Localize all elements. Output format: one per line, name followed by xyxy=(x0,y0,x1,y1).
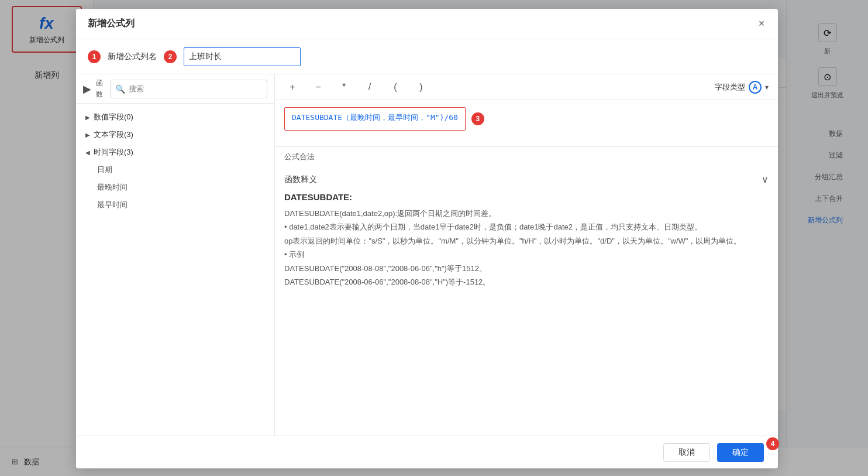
text-group-label: 文本字段(3) xyxy=(94,129,133,140)
formula-name-label: 新增公式列名 xyxy=(108,52,157,62)
func-tab-label2: 数 xyxy=(96,90,103,100)
op-minus[interactable]: − xyxy=(310,79,326,95)
cancel-button[interactable]: 取消 xyxy=(663,443,710,462)
panel-arrow-icon[interactable]: ▶ xyxy=(83,83,91,95)
step4-badge: 4 xyxy=(766,437,779,450)
time-group-label: 时间字段(3) xyxy=(94,147,133,157)
func-desc-title: 函数释义 xyxy=(284,174,317,185)
search-icon: 🔍 xyxy=(115,84,125,94)
numeric-group-label: 数值字段(0) xyxy=(94,112,133,122)
field-item-date[interactable]: 日期 xyxy=(76,161,274,179)
field-type-label: 字段类型 xyxy=(715,82,745,93)
op-divide[interactable]: / xyxy=(361,79,378,95)
field-group-numeric: ▶ 数值字段(0) xyxy=(76,108,274,126)
field-group-time-header[interactable]: ◀ 时间字段(3) xyxy=(76,143,274,161)
formula-name-row: 1 新增公式列名 2 xyxy=(76,39,778,74)
func-desc-expand-button[interactable]: ∨ xyxy=(762,174,769,185)
modal-title: 新增公式列 xyxy=(88,18,135,30)
modal-body: ▶ 函 数 🔍 ▶ 数值字段(0) xyxy=(76,74,778,436)
field-group-text: ▶ 文本字段(3) xyxy=(76,126,274,143)
formula-name-input[interactable] xyxy=(184,47,301,66)
op-rparen[interactable]: ) xyxy=(413,79,429,95)
formula-box[interactable]: DATESUBDATE（最晚时间，最早时间，"M")/60 xyxy=(284,107,466,131)
confirm-button[interactable]: 确定 xyxy=(717,443,764,462)
fields-panel: ▶ 函 数 🔍 ▶ 数值字段(0) xyxy=(76,74,275,436)
func-desc-text: DATESUBDATE(date1,date2,op):返回两个日期之间的时间差… xyxy=(284,207,769,289)
formula-toolbar: + − * / ( ) 字段类型 A ▾ xyxy=(275,74,778,100)
func-name: DATESUBDATE: xyxy=(284,192,769,202)
search-box: 🔍 xyxy=(110,80,267,98)
field-type-dropdown[interactable]: ▾ xyxy=(765,83,769,91)
formula-ops: + − * / ( ) xyxy=(284,79,429,95)
modal-close-button[interactable]: × xyxy=(755,17,769,31)
step3-badge: 3 xyxy=(471,112,484,125)
field-group-text-header[interactable]: ▶ 文本字段(3) xyxy=(76,126,274,143)
step1-badge: 1 xyxy=(88,50,101,63)
modal-dialog: 新增公式列 × 1 新增公式列名 2 ▶ 函 数 🔍 xyxy=(76,9,778,468)
func-tab-label: 函 xyxy=(96,78,103,88)
field-item-earliest-time[interactable]: 最早时间 xyxy=(76,196,274,214)
fields-panel-header: ▶ 函 数 🔍 xyxy=(76,74,274,104)
op-lparen[interactable]: ( xyxy=(387,79,404,95)
time-group-arrow: ◀ xyxy=(85,149,90,156)
formula-panel: + − * / ( ) 字段类型 A ▾ DATESUBDATE（最晚时间，最早… xyxy=(275,74,778,436)
formula-valid-label: 公式合法 xyxy=(275,147,778,167)
func-desc-section: 函数释义 ∨ DATESUBDATE: DATESUBDATE(date1,da… xyxy=(275,167,778,436)
field-item-latest-time[interactable]: 最晚时间 xyxy=(76,179,274,196)
formula-editor-area: DATESUBDATE（最晚时间，最早时间，"M")/60 3 xyxy=(275,100,778,147)
field-group-numeric-header[interactable]: ▶ 数值字段(0) xyxy=(76,108,274,126)
numeric-group-arrow: ▶ xyxy=(85,114,90,121)
step2-badge: 2 xyxy=(164,50,177,63)
fields-content: ▶ 数值字段(0) ▶ 文本字段(3) ◀ 时间字段(3) xyxy=(76,104,274,436)
field-type-area: 字段类型 A ▾ xyxy=(715,81,769,94)
field-type-badge: A xyxy=(749,81,762,94)
op-multiply[interactable]: * xyxy=(336,79,352,95)
modal-footer: 取消 确定 4 xyxy=(76,436,778,468)
field-group-time: ◀ 时间字段(3) 日期 最晚时间 最早时间 xyxy=(76,143,274,214)
text-group-arrow: ▶ xyxy=(85,132,90,138)
func-desc-header: 函数释义 ∨ xyxy=(284,174,769,185)
search-input[interactable] xyxy=(129,84,262,93)
op-plus[interactable]: + xyxy=(284,79,301,95)
modal-header: 新增公式列 × xyxy=(76,9,778,39)
